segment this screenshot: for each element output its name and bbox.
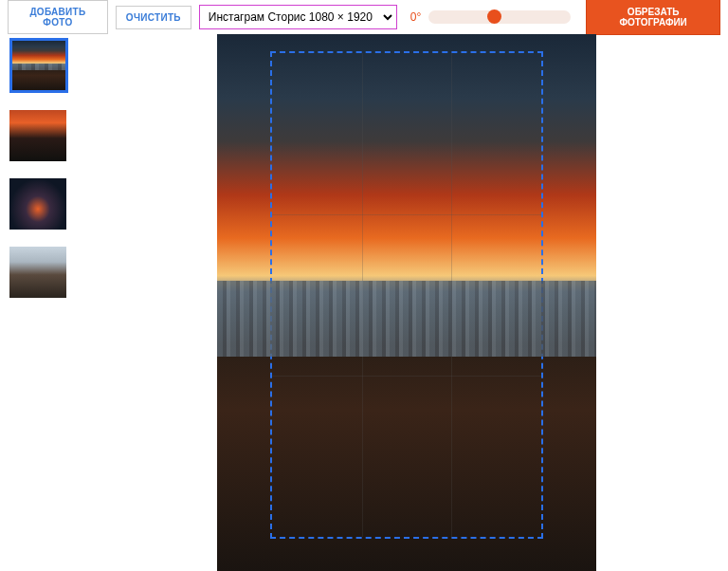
thumbnail-item[interactable]	[9, 178, 66, 230]
preset-select[interactable]: Инстаграм Сторис 1080 × 1920	[201, 7, 395, 28]
canvas-area	[85, 34, 728, 571]
preset-select-wrap: Инстаграм Сторис 1080 × 1920	[199, 5, 397, 29]
crop-grid-line	[451, 53, 452, 537]
thumbnail-list	[0, 34, 85, 571]
rotation-slider-thumb[interactable]	[487, 9, 501, 24]
crop-grid-line	[272, 376, 541, 377]
thumbnail-item[interactable]	[9, 247, 66, 298]
clear-button[interactable]: ОЧИСТИТЬ	[116, 6, 191, 29]
crop-selection[interactable]	[270, 51, 543, 539]
crop-grid-line	[272, 214, 541, 215]
toolbar: ДОБАВИТЬ ФОТО ОЧИСТИТЬ Инстаграм Сторис …	[0, 0, 728, 34]
rotation-label: 0°	[410, 10, 421, 24]
add-photo-button[interactable]: ДОБАВИТЬ ФОТО	[8, 0, 108, 34]
photo-stage[interactable]	[217, 34, 596, 571]
workspace	[0, 34, 728, 571]
thumbnail-item[interactable]	[9, 38, 68, 93]
thumbnail-item[interactable]	[9, 110, 66, 161]
crop-button[interactable]: ОБРЕЗАТЬ ФОТОГРАФИИ	[586, 0, 720, 35]
crop-grid-line	[362, 53, 363, 537]
rotation-slider[interactable]	[428, 10, 571, 24]
